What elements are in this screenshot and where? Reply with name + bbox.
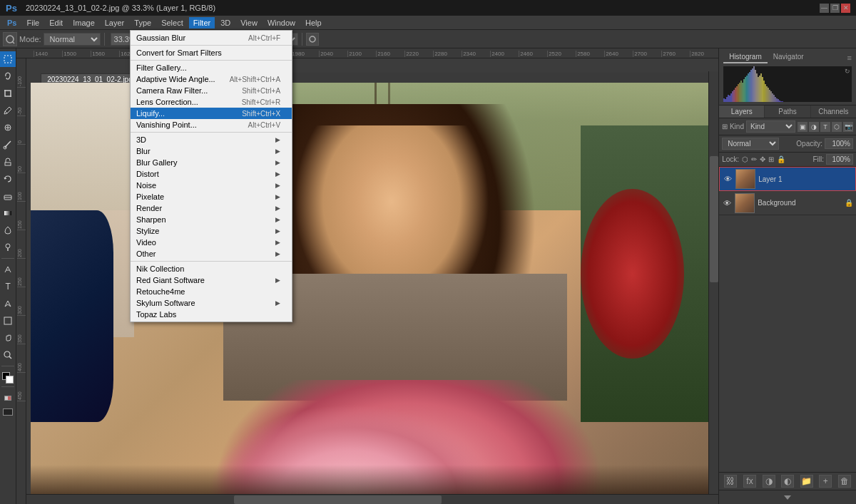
menu-help[interactable]: Help (301, 17, 326, 29)
menu-entry-3d[interactable]: 3D ▶ (131, 134, 292, 145)
menu-3d[interactable]: 3D (216, 17, 235, 29)
tool-eyedropper[interactable] (0, 103, 16, 118)
tool-crop[interactable] (0, 86, 16, 101)
tab-navigator[interactable]: Navigator (768, 51, 810, 63)
tool-text[interactable]: T (0, 279, 16, 294)
filter-pixel[interactable]: ▣ (798, 122, 807, 132)
menu-entry-nik[interactable]: Nik Collection (131, 263, 292, 274)
menu-entry-lens-correction[interactable]: Lens Correction... Shift+Ctrl+R (131, 96, 292, 108)
tool-brush[interactable] (0, 137, 16, 153)
mode-select[interactable]: Normal (44, 33, 101, 46)
tab-channels[interactable]: Channels (811, 106, 856, 118)
menu-view[interactable]: View (236, 17, 262, 29)
menu-layer[interactable]: Layer (101, 17, 129, 29)
menu-type[interactable]: Type (130, 17, 156, 29)
layer-link-btn[interactable]: ⛓ (724, 475, 737, 488)
tool-gradient[interactable] (0, 205, 16, 221)
menu-entry-filter-gallery[interactable]: Filter Gallery... (131, 62, 292, 73)
layer-item-background[interactable]: 👁 Background 🔒 (719, 191, 856, 215)
minimize-button[interactable]: — (820, 4, 829, 13)
tool-hand[interactable] (0, 330, 16, 346)
menu-entry-distort[interactable]: Distort ▶ (131, 168, 292, 180)
menu-entry-sharpen[interactable]: Sharpen ▶ (131, 214, 292, 225)
tool-mask-mode[interactable] (0, 390, 16, 406)
menu-entry-video[interactable]: Video ▶ (131, 237, 292, 248)
kind-select[interactable]: Kind (746, 120, 795, 133)
tool-path-select[interactable] (0, 296, 16, 312)
menu-entry-convert-smart[interactable]: Convert for Smart Filters (131, 47, 292, 58)
menu-entry-other[interactable]: Other ▶ (131, 248, 292, 259)
tab-layers[interactable]: Layers (719, 106, 765, 118)
tool-stamp[interactable] (0, 154, 16, 170)
tool-zoom[interactable] (0, 347, 16, 363)
tool-pen[interactable] (0, 262, 16, 277)
menu-entry-render[interactable]: Render ▶ (131, 202, 292, 214)
menu-filter[interactable]: Filter (189, 17, 215, 29)
opacity-input[interactable] (825, 138, 853, 149)
tool-dodge[interactable] (0, 240, 16, 255)
menu-entry-retouche[interactable]: Retouche4me (131, 286, 292, 297)
lock-transparency[interactable]: ⬡ (742, 155, 748, 163)
tool-marquee[interactable] (0, 51, 16, 67)
filter-shape[interactable]: ⬡ (832, 122, 842, 132)
color-selector[interactable] (2, 372, 14, 384)
tool-blur[interactable] (0, 222, 16, 238)
menu-entry-gaussian-blur[interactable]: Gaussian Blur Alt+Ctrl+F (131, 32, 292, 43)
menu-edit[interactable]: Edit (45, 17, 67, 29)
layer-delete-btn[interactable]: 🗑 (838, 475, 851, 488)
close-button[interactable]: ✕ (841, 4, 850, 13)
screen-mode-btn[interactable] (3, 408, 13, 416)
layer-visibility-bg[interactable]: 👁 (722, 199, 732, 207)
menu-window[interactable]: Window (263, 17, 300, 29)
menu-entry-skylum[interactable]: Skylum Software ▶ (131, 297, 292, 309)
filter-smart[interactable]: 📷 (843, 122, 853, 132)
menu-entry-adaptive-wide[interactable]: Adaptive Wide Angle... Alt+Shift+Ctrl+A (131, 73, 292, 85)
tab-histogram[interactable]: Histogram (723, 51, 768, 63)
menu-entry-liquify[interactable]: Liquify... Shift+Ctrl+X (131, 108, 292, 119)
tool-eraser[interactable] (0, 188, 16, 204)
tool-lasso[interactable] (0, 68, 16, 84)
menu-entry-noise[interactable]: Noise ▶ (131, 180, 292, 191)
histogram-options[interactable]: ≡ (847, 53, 852, 62)
panel-collapse-btn[interactable] (719, 490, 856, 504)
filter-type[interactable]: T (820, 122, 830, 132)
menu-entry-vanishing-point[interactable]: Vanishing Point... Alt+Ctrl+V (131, 119, 292, 130)
hscrollbar-thumb[interactable] (234, 495, 442, 504)
titlebar-controls[interactable]: — ❐ ✕ (820, 4, 850, 13)
menu-entry-camera-raw[interactable]: Camera Raw Filter... Shift+Ctrl+A (131, 85, 292, 96)
tool-shape[interactable] (0, 313, 16, 329)
histogram-refresh-icon[interactable]: ↻ (845, 68, 850, 75)
vertical-scrollbar[interactable] (708, 71, 718, 494)
layer-mask-btn[interactable]: ◑ (763, 475, 775, 488)
vscrollbar-thumb[interactable] (710, 156, 718, 283)
fill-input[interactable] (826, 154, 853, 165)
menu-entry-blur-gallery[interactable]: Blur Gallery ▶ (131, 157, 292, 168)
layer-fx-btn[interactable]: fx (743, 475, 756, 488)
lock-position[interactable]: ✥ (760, 155, 765, 163)
menu-ps[interactable]: Ps (3, 17, 21, 29)
menu-entry-red-giant[interactable]: Red Giant Software ▶ (131, 274, 292, 286)
screen-mode-controls[interactable] (3, 408, 13, 416)
menu-file[interactable]: File (22, 17, 44, 29)
layers-mode-select[interactable]: Normal (722, 138, 779, 150)
maximize-button[interactable]: ❐ (830, 4, 840, 13)
filter-adjust[interactable]: ◑ (809, 122, 819, 132)
menu-entry-blur[interactable]: Blur ▶ (131, 145, 292, 157)
menu-entry-topaz[interactable]: Topaz Labs (131, 309, 292, 320)
lock-all[interactable]: 🔒 (777, 155, 785, 163)
menu-entry-stylize[interactable]: Stylize ▶ (131, 225, 292, 237)
background-color[interactable] (6, 376, 14, 384)
tab-paths[interactable]: Paths (765, 106, 810, 118)
layer-new-btn[interactable]: + (819, 475, 832, 488)
tool-history[interactable] (0, 171, 16, 187)
menu-entry-pixelate[interactable]: Pixelate ▶ (131, 191, 292, 202)
lock-brush[interactable]: ✏ (751, 155, 757, 163)
toggle-btn[interactable] (306, 33, 319, 46)
layer-group-btn[interactable]: 📁 (800, 475, 813, 488)
layer-item-layer1[interactable]: 👁 Layer 1 (719, 167, 856, 191)
menu-image[interactable]: Image (68, 17, 99, 29)
layer-adjustment-btn[interactable]: ◐ (781, 475, 794, 488)
lock-artboard[interactable]: ⊞ (768, 155, 774, 163)
layer-visibility-layer1[interactable]: 👁 (723, 175, 733, 183)
menu-select[interactable]: Select (157, 17, 188, 29)
